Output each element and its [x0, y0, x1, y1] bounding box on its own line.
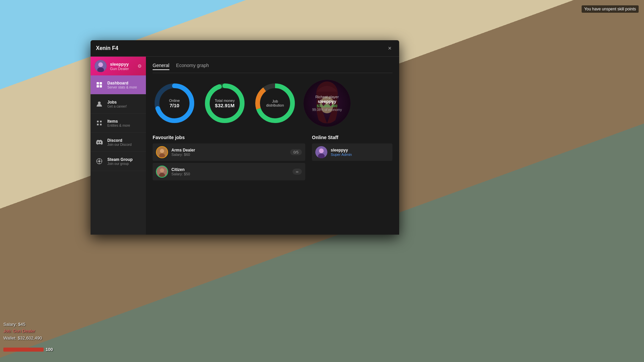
richest-amount: $32,602,490 [317, 104, 337, 108]
sidebar-item-jobs[interactable]: Jobs Get a career! [91, 95, 146, 114]
richest-overlay: Richest player sleeppyy $32,602,490 99.0… [304, 80, 351, 127]
jobs-subtitle: Get a career! [107, 105, 142, 108]
favourite-jobs-section: Favourite jobs Arms Dealer Sa [153, 135, 305, 182]
tab-economy[interactable]: Economy graph [176, 63, 209, 70]
svg-point-7 [98, 102, 101, 104]
main-modal: Xenin F4 × sleeppyy Gun Dealer ⚙ [91, 40, 399, 235]
total-money-title: Total money [215, 99, 234, 103]
staff-info: sleeppyy Super Admin [331, 148, 389, 157]
citizen-name: Citizen [171, 167, 289, 172]
health-bar-container: 100 [3, 347, 53, 352]
user-name: sleeppyy [110, 62, 134, 67]
richest-name: sleeppyy [318, 99, 336, 104]
close-button[interactable]: × [386, 44, 394, 52]
sidebar-item-dashboard[interactable]: Dashboard Server stats & more [91, 75, 146, 95]
staff-item-sleeppyy[interactable]: sleeppyy Super Admin [312, 143, 392, 161]
sidebar-item-steam[interactable]: Steam Group Join our group [91, 152, 146, 171]
dashboard-text: Dashboard Server stats & more [107, 81, 142, 89]
online-staff-section: Online Staff sleeppyy Super Admin [312, 135, 392, 182]
content-tabs: General Economy graph [153, 63, 392, 73]
hud-salary: Salary: $45 [3, 321, 42, 328]
citizen-avatar [156, 166, 168, 178]
job-item-arms-dealer[interactable]: Arms Dealer Salary: $60 0/5 [153, 143, 305, 161]
online-title: Online [169, 99, 180, 103]
richest-pct: 99.08% of economy [312, 108, 342, 112]
job-distribution-title: Job distribution [264, 99, 286, 107]
citizen-info: Citizen Salary: $50 [171, 167, 289, 176]
steam-subtitle: Join our group [107, 162, 142, 166]
total-money-stat-card: Total money $32.91M [203, 81, 247, 125]
job-distribution-stat-card: Job distribution [253, 81, 297, 125]
online-stat-card: Online 7/10 [153, 81, 196, 125]
sidebar: sleeppyy Gun Dealer ⚙ Dashboard [91, 57, 146, 235]
online-staff-title: Online Staff [312, 135, 392, 140]
online-donut: Online 7/10 [153, 81, 196, 125]
staff-name: sleeppyy [331, 148, 389, 153]
svg-rect-3 [97, 82, 99, 84]
dashboard-title: Dashboard [107, 81, 142, 85]
health-bar [3, 348, 44, 352]
richest-title: Richest player [315, 95, 339, 99]
discord-title: Discord [107, 138, 142, 143]
svg-point-28 [160, 168, 164, 172]
steam-title: Steam Group [107, 157, 142, 162]
favourite-jobs-title: Favourite jobs [153, 135, 305, 140]
total-money-value: $32.91M [215, 103, 234, 108]
settings-icon[interactable]: ⚙ [138, 63, 142, 69]
dashboard-icon [95, 80, 104, 89]
items-text: Items Entities & more [107, 119, 142, 127]
main-content: General Economy graph [146, 57, 399, 235]
notification-text: You have unspent skill points [584, 7, 636, 11]
online-value: 7/10 [169, 103, 180, 108]
user-avatar [95, 60, 107, 72]
steam-text: Steam Group Join our group [107, 157, 142, 166]
items-icon [95, 118, 104, 128]
items-title: Items [107, 119, 142, 124]
richest-card-visual: Richest player sleeppyy $32,602,490 99.0… [304, 80, 351, 127]
hud-notification: You have unspent skill points [582, 5, 639, 13]
tab-general[interactable]: General [153, 63, 169, 70]
arms-dealer-avatar [156, 146, 168, 158]
modal-title: Xenin F4 [96, 45, 118, 51]
job-item-citizen[interactable]: Citizen Salary: $50 ∞ [153, 163, 305, 180]
jobs-text: Jobs Get a career! [107, 100, 142, 108]
arms-dealer-salary: Salary: $60 [171, 153, 287, 157]
svg-point-25 [160, 149, 164, 153]
health-value: 100 [46, 347, 53, 352]
dashboard-subtitle: Server stats & more [107, 85, 142, 89]
sidebar-item-items[interactable]: Items Entities & more [91, 114, 146, 133]
svg-point-29 [159, 173, 165, 178]
user-role: Gun Dealer [110, 67, 134, 71]
svg-point-31 [319, 148, 324, 153]
modal-body: sleeppyy Gun Dealer ⚙ Dashboard [91, 57, 399, 235]
staff-role: Super Admin [331, 153, 389, 157]
discord-icon [95, 137, 104, 147]
user-info: sleeppyy Gun Dealer [110, 62, 134, 71]
sidebar-user-profile[interactable]: sleeppyy Gun Dealer ⚙ [91, 57, 146, 75]
hud-wallet: Wallet: $32,602,490 [3, 335, 42, 342]
sidebar-item-discord[interactable]: Discord Join our Discord [91, 133, 146, 152]
jobs-title: Jobs [107, 100, 142, 105]
steam-icon [95, 157, 104, 166]
arms-dealer-name: Arms Dealer [171, 148, 287, 153]
svg-rect-5 [97, 85, 99, 87]
job-distribution-donut: Job distribution [253, 81, 297, 125]
discord-subtitle: Join our Discord [107, 143, 142, 146]
items-subtitle: Entities & more [107, 124, 142, 127]
job-distribution-label: Job distribution [264, 99, 286, 107]
total-money-label: Total money $32.91M [215, 99, 234, 108]
discord-text: Discord Join our Discord [107, 138, 142, 146]
svg-rect-4 [100, 82, 102, 84]
citizen-salary: Salary: $50 [171, 172, 289, 176]
online-label: Online 7/10 [169, 99, 180, 108]
hud-bottom-left: Salary: $45 Job: Gun Dealer Wallet: $32,… [3, 321, 42, 342]
jobs-icon [95, 99, 104, 109]
richest-player-card: Richest player sleeppyy $32,602,490 99.0… [304, 80, 351, 127]
modal-header: Xenin F4 × [91, 40, 399, 57]
citizen-slots[interactable]: ∞ [292, 169, 302, 175]
svg-point-1 [98, 62, 103, 67]
arms-dealer-slots[interactable]: 0/5 [290, 149, 302, 155]
svg-rect-6 [100, 85, 102, 87]
arms-dealer-info: Arms Dealer Salary: $60 [171, 148, 287, 157]
sections-row: Favourite jobs Arms Dealer Sa [153, 135, 392, 182]
